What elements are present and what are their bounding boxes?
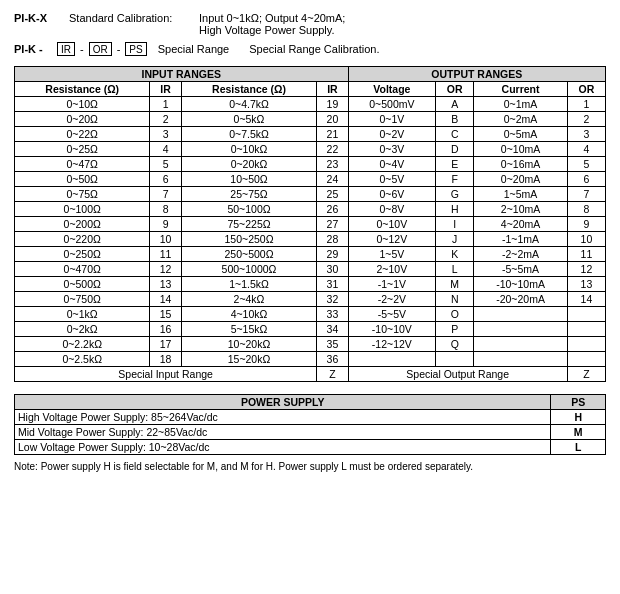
table-row: 0~75Ω725~75Ω250~6VG1~5mA7 — [15, 187, 606, 202]
or-cell: 14 — [567, 292, 605, 307]
or-cell: 0~8V — [348, 202, 436, 217]
separator2: - — [117, 43, 121, 55]
ir-cell: 150~250Ω — [181, 232, 316, 247]
or-cell: H — [436, 202, 474, 217]
ir-cell: 250~500Ω — [181, 247, 316, 262]
ir-cell: 4~10kΩ — [181, 307, 316, 322]
ir-cell: 15 — [150, 307, 181, 322]
table-row: 0~2.5kΩ1815~20kΩ36 — [15, 352, 606, 367]
ir-cell: 24 — [317, 172, 348, 187]
or-cell — [474, 352, 567, 367]
or-cell — [436, 352, 474, 367]
ir-cell: 25~75Ω — [181, 187, 316, 202]
ir-cell: 11 — [150, 247, 181, 262]
special-range-desc: Special Range Calibration. — [249, 43, 379, 55]
ir-cell: 0~22Ω — [15, 127, 150, 142]
ir-cell: 2~4kΩ — [181, 292, 316, 307]
or-col1-header: Voltage — [348, 82, 436, 97]
or-cell: 0~10V — [348, 217, 436, 232]
ir-cell: 0~750Ω — [15, 292, 150, 307]
ir-cell: 29 — [317, 247, 348, 262]
ir-cell: 0~75Ω — [15, 187, 150, 202]
or-cell: 4~20mA — [474, 217, 567, 232]
ir-cell: 2 — [150, 112, 181, 127]
ps-col-header: PS — [551, 395, 606, 410]
or-cell — [474, 307, 567, 322]
or-cell — [348, 352, 436, 367]
ir-cell: 0~220Ω — [15, 232, 150, 247]
special-output-label: Special Output Range — [348, 367, 567, 382]
ir-cell: 13 — [150, 277, 181, 292]
or-cell: 0~20mA — [474, 172, 567, 187]
ir-cell: 5 — [150, 157, 181, 172]
or-cell: -2~2V — [348, 292, 436, 307]
or-cell: 0~3V — [348, 142, 436, 157]
ir-cell: 1~1.5kΩ — [181, 277, 316, 292]
header-row-1: PI-K-X Standard Calibration: Input 0~1kΩ… — [14, 12, 606, 36]
table-row: 0~2.2kΩ1710~20kΩ35-12~12VQ — [15, 337, 606, 352]
ir-cell: 3 — [150, 127, 181, 142]
table-row: 0~220Ω10150~250Ω280~12VJ-1~1mA10 — [15, 232, 606, 247]
ps-code: H — [551, 410, 606, 425]
ir-col2-header: IR — [150, 82, 181, 97]
or-cell: J — [436, 232, 474, 247]
ir-cell: 32 — [317, 292, 348, 307]
ir-cell: 0~2kΩ — [15, 322, 150, 337]
or-cell: -10~10V — [348, 322, 436, 337]
note: Note: Power supply H is field selectable… — [14, 461, 606, 472]
box-ps: PS — [125, 42, 146, 56]
ir-cell: 18 — [150, 352, 181, 367]
or-cell: 11 — [567, 247, 605, 262]
or-cell: P — [436, 322, 474, 337]
ir-cell: 21 — [317, 127, 348, 142]
ir-cell: 0~200Ω — [15, 217, 150, 232]
ps-description: Mid Voltage Power Supply: 22~85Vac/dc — [15, 425, 551, 440]
ir-cell: 0~4.7kΩ — [181, 97, 316, 112]
or-cell: 0~2V — [348, 127, 436, 142]
ir-cell: 34 — [317, 322, 348, 337]
ir-cell: 0~100Ω — [15, 202, 150, 217]
or-cell: K — [436, 247, 474, 262]
or-cell: 9 — [567, 217, 605, 232]
ps-row: High Voltage Power Supply: 85~264Vac/dcH — [15, 410, 606, 425]
ir-cell: 0~20Ω — [15, 112, 150, 127]
or-cell: 0~1V — [348, 112, 436, 127]
ir-cell: 0~500Ω — [15, 277, 150, 292]
or-cell: -1~1mA — [474, 232, 567, 247]
ir-cell: 0~20kΩ — [181, 157, 316, 172]
ps-code: L — [551, 440, 606, 455]
or-col4-header: OR — [567, 82, 605, 97]
or-cell: 0~5mA — [474, 127, 567, 142]
desc-line1: Input 0~1kΩ; Output 4~20mA; — [199, 12, 345, 24]
ir-cell: 0~1kΩ — [15, 307, 150, 322]
or-cell — [567, 322, 605, 337]
or-cell: M — [436, 277, 474, 292]
table-row: 0~200Ω975~225Ω270~10VI4~20mA9 — [15, 217, 606, 232]
ir-cell: 1 — [150, 97, 181, 112]
or-cell — [474, 337, 567, 352]
or-cell: 0~6V — [348, 187, 436, 202]
or-cell: 0~12V — [348, 232, 436, 247]
special-input-row: Special Input Range Z Special Output Ran… — [15, 367, 606, 382]
ps-code: M — [551, 425, 606, 440]
ir-cell: 7 — [150, 187, 181, 202]
ir-cell: 31 — [317, 277, 348, 292]
or-cell: 13 — [567, 277, 605, 292]
or-cell: 1~5V — [348, 247, 436, 262]
or-cell: 0~1mA — [474, 97, 567, 112]
label-1: Standard Calibration: — [69, 12, 199, 24]
ir-cell: 14 — [150, 292, 181, 307]
table-row: 0~1kΩ154~10kΩ33-5~5VO — [15, 307, 606, 322]
ir-cell: 500~1000Ω — [181, 262, 316, 277]
code-2: PI-K - — [14, 43, 52, 55]
ir-cell: 0~25Ω — [15, 142, 150, 157]
ps-description: Low Voltage Power Supply: 10~28Vac/dc — [15, 440, 551, 455]
or-col2-header: OR — [436, 82, 474, 97]
special-range-label: Special Range — [158, 43, 230, 55]
ps-header: POWER SUPPLY — [15, 395, 551, 410]
ir-cell: 4 — [150, 142, 181, 157]
ir-cell: 22 — [317, 142, 348, 157]
ir-cell: 15~20kΩ — [181, 352, 316, 367]
table-row: 0~22Ω30~7.5kΩ210~2VC0~5mA3 — [15, 127, 606, 142]
or-cell: D — [436, 142, 474, 157]
